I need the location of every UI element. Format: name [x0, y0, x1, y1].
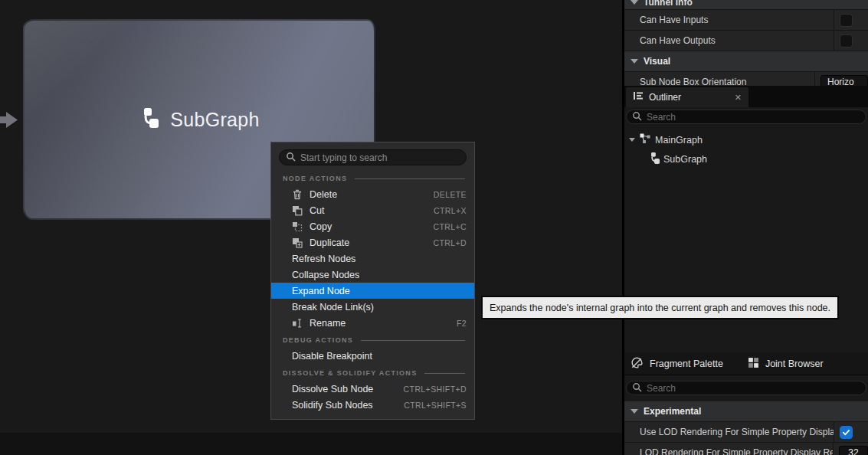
bottom-panel: Fragment Palette Joint Browser	[624, 352, 868, 455]
subgraph-icon	[648, 152, 660, 166]
search-input[interactable]	[647, 112, 860, 123]
tree-item-subgraph[interactable]: SubGraph	[624, 149, 868, 169]
tab-fragment-palette[interactable]: Fragment Palette	[624, 352, 731, 375]
use-lod-rendering-checkbox[interactable]	[840, 426, 853, 439]
expand-node-tooltip: Expands the node's internal graph into t…	[481, 296, 839, 319]
property-label: Can Have Outputs	[624, 31, 834, 51]
duplicate-icon	[292, 237, 303, 248]
property-label: LOD Rendering For Simple Property Displa…	[624, 443, 834, 455]
category-label: Tunnel Info	[644, 0, 693, 8]
menu-item-label: Expand Node	[292, 286, 350, 296]
category-visual[interactable]: Visual	[624, 51, 868, 72]
property-row-lod-rendering-re: LOD Rendering For Simple Property Displa…	[624, 443, 868, 455]
menu-item-shortcut: CTRL+SHIFT+S	[404, 401, 467, 410]
node-title: SubGraph	[170, 109, 259, 131]
lod-rendering-value-field[interactable]: 32	[839, 446, 868, 455]
tooltip-text: Expands the node's internal graph into t…	[490, 303, 830, 313]
palette-icon	[631, 356, 644, 372]
menu-item-copy[interactable]: Copy CTRL+C	[271, 218, 474, 234]
subgraph-icon	[139, 108, 159, 131]
search-icon	[286, 151, 296, 165]
menu-item-label: Cut	[310, 205, 324, 216]
menu-item-label: Delete	[310, 189, 337, 200]
tab-label: Joint Browser	[765, 358, 824, 369]
menu-item-delete[interactable]: Delete DELETE	[271, 186, 474, 202]
menu-item-solidify-sub-nodes[interactable]: Solidify Sub Nodes CTRL+SHIFT+S	[271, 397, 474, 413]
tree-item-label: SubGraph	[663, 154, 707, 165]
menu-item-shortcut: DELETE	[434, 190, 467, 199]
menu-section-debug-actions: DEBUG ACTIONS	[271, 331, 474, 348]
search-input[interactable]	[647, 383, 860, 394]
section-divider	[361, 340, 465, 341]
property-row-use-lod-rendering: Use LOD Rendering For Simple Property Di…	[624, 422, 868, 443]
right-panel: Tunnel Info Can Have Inputs Can Have Out…	[624, 0, 868, 455]
tab-joint-browser[interactable]: Joint Browser	[742, 352, 831, 375]
menu-item-break-node-links[interactable]: Break Node Link(s)	[271, 299, 474, 315]
rename-icon	[292, 318, 303, 329]
menu-item-shortcut: CTRL+C	[433, 222, 467, 231]
menu-item-refresh-nodes[interactable]: Refresh Nodes	[271, 250, 474, 267]
menu-item-label: Disable Breakpoint	[292, 351, 372, 362]
menu-item-label: Rename	[310, 318, 346, 329]
close-icon[interactable]: ✕	[735, 93, 742, 103]
collapse-arrow-icon	[631, 59, 638, 64]
menu-item-label: Break Node Link(s)	[292, 302, 374, 313]
menu-item-disable-breakpoint[interactable]: Disable Breakpoint	[271, 348, 474, 364]
menu-item-shortcut: CTRL+D	[433, 238, 467, 247]
menu-item-cut[interactable]: Cut CTRL+X	[271, 202, 474, 218]
section-divider	[424, 373, 465, 374]
menu-section-dissolve-solidify: DISSOLVE & SOLIDIFY ACTIONS	[271, 364, 474, 381]
tree-item-label: MainGraph	[655, 135, 703, 146]
can-have-outputs-checkbox[interactable]	[840, 34, 853, 47]
menu-item-dissolve-sub-node[interactable]: Dissolve Sub Node CTRL+SHIFT+D	[271, 381, 474, 397]
menu-item-label: Refresh Nodes	[292, 254, 355, 264]
tab-label: Fragment Palette	[650, 358, 723, 369]
category-label: Experimental	[644, 406, 701, 417]
menu-item-shortcut: CTRL+SHIFT+D	[404, 385, 467, 394]
menu-item-duplicate[interactable]: Duplicate CTRL+D	[271, 234, 474, 250]
menu-item-label: Collapse Nodes	[292, 270, 359, 280]
tab-outliner[interactable]: Outliner ✕	[626, 87, 748, 107]
grid-icon	[748, 357, 759, 371]
can-have-inputs-checkbox[interactable]	[840, 14, 853, 27]
category-experimental[interactable]: Experimental	[624, 401, 868, 422]
bottom-panel-search[interactable]	[626, 381, 866, 395]
menu-item-label: Duplicate	[310, 237, 349, 248]
section-label: DEBUG ACTIONS	[283, 336, 353, 344]
exec-pin-icon[interactable]	[0, 110, 18, 133]
cut-icon	[292, 205, 303, 216]
section-label: DISSOLVE & SOLIDIFY ACTIONS	[283, 369, 417, 377]
outliner-tabbar: Outliner ✕	[624, 86, 868, 107]
menu-item-label: Solidify Sub Nodes	[292, 400, 373, 411]
property-row-can-have-inputs: Can Have Inputs	[624, 10, 868, 31]
bottom-tabbar: Fragment Palette Joint Browser	[624, 352, 868, 375]
context-menu-search[interactable]	[279, 149, 467, 165]
property-label: Can Have Inputs	[624, 10, 834, 30]
copy-icon	[292, 221, 303, 232]
outliner-search[interactable]	[626, 110, 866, 124]
category-label: Visual	[644, 56, 670, 67]
menu-item-label: Dissolve Sub Node	[292, 384, 373, 394]
section-divider	[355, 178, 465, 179]
expand-arrow-icon[interactable]	[629, 138, 635, 142]
menu-item-expand-node[interactable]: Expand Node	[271, 283, 474, 299]
property-label: Use LOD Rendering For Simple Property Di…	[624, 422, 834, 442]
collapse-arrow-icon	[631, 409, 638, 414]
menu-item-shortcut: F2	[457, 319, 467, 328]
search-input[interactable]	[300, 152, 460, 163]
menu-item-rename[interactable]: Rename F2	[271, 315, 474, 331]
search-icon	[632, 110, 642, 124]
tree-item-maingraph[interactable]: MainGraph	[624, 130, 868, 149]
collapse-arrow-icon	[631, 0, 638, 5]
menu-item-collapse-nodes[interactable]: Collapse Nodes	[271, 267, 474, 283]
node-context-menu: NODE ACTIONS Delete DELETE Cut CTRL+X Co…	[270, 142, 475, 420]
trash-icon	[292, 189, 303, 200]
category-tunnel-info[interactable]: Tunnel Info	[624, 0, 868, 10]
outliner-tree: MainGraph SubGraph	[624, 126, 868, 169]
graph-editor-window: SubGraph NODE ACTIONS Delete DELETE	[0, 0, 868, 455]
graph-icon	[639, 133, 651, 147]
section-label: NODE ACTIONS	[283, 175, 347, 182]
property-row-can-have-outputs: Can Have Outputs	[624, 31, 868, 51]
menu-item-label: Copy	[310, 221, 332, 232]
menu-item-shortcut: CTRL+X	[434, 206, 467, 215]
